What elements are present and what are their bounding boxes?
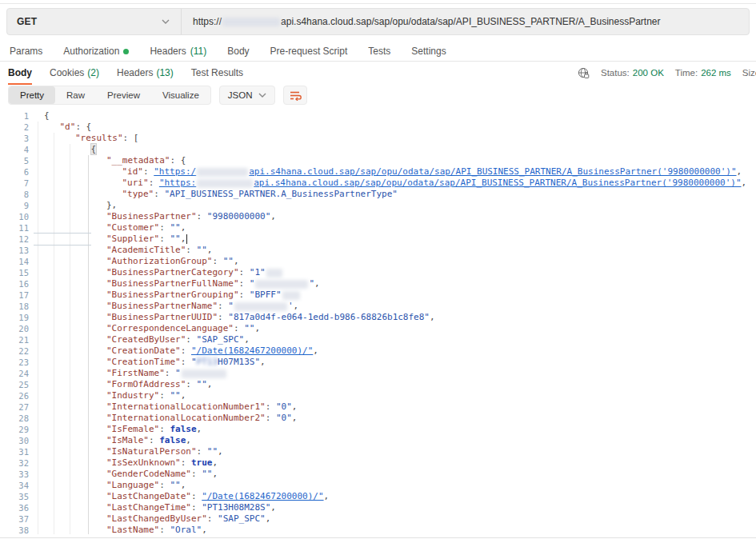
code-line-15[interactable]: 15"BusinessPartnerCategory": "1" bbox=[0, 267, 756, 278]
view-mode-visualize[interactable]: Visualize bbox=[151, 86, 210, 104]
code-line-33[interactable]: 33"GenderCodeName": "", bbox=[0, 469, 756, 480]
code-line-37[interactable]: 37"LastChangedByUser": "SAP_SPC", bbox=[0, 513, 756, 525]
line-number: 22 bbox=[0, 345, 35, 357]
request-tab-pre-request-script[interactable]: Pre-request Script bbox=[270, 46, 348, 57]
line-content: "CreationDate": "/Date(1682467200000)/", bbox=[35, 345, 756, 357]
code-line-6[interactable]: 6"id": "https:/api.s4hana.cloud.sap/sap/… bbox=[0, 166, 756, 178]
code-line-13[interactable]: 13"AcademicTitle": "", bbox=[0, 245, 756, 256]
json-token: : bbox=[191, 469, 202, 479]
line-content: { bbox=[35, 110, 756, 122]
request-tab-headers[interactable]: Headers(11) bbox=[150, 46, 206, 57]
response-body-editor[interactable]: 1{2"d": {3"results": [4{5"__metadata": {… bbox=[0, 110, 756, 537]
code-line-26[interactable]: 26"Industry": "", bbox=[0, 390, 756, 401]
code-line-19[interactable]: 19"BusinessPartnerUUID": "817a0d4f-e064-… bbox=[0, 312, 756, 323]
json-token: "InternationalLocationNumber1" bbox=[106, 401, 266, 412]
view-mode-raw[interactable]: Raw bbox=[55, 86, 96, 104]
code-line-34[interactable]: 34"Language": "", bbox=[0, 480, 756, 491]
code-line-14[interactable]: 14"AuthorizationGroup": "", bbox=[0, 256, 756, 267]
window-top-divider bbox=[0, 3, 756, 4]
json-token: , bbox=[212, 457, 218, 468]
json-link-value[interactable]: "/Date(1682467200000)/" bbox=[202, 491, 323, 501]
json-token: , bbox=[324, 491, 330, 501]
method-selector[interactable]: GET bbox=[7, 9, 182, 34]
json-token: , bbox=[202, 525, 207, 535]
request-tab-params[interactable]: Params bbox=[10, 46, 42, 57]
response-tab-headers[interactable]: Headers(13) bbox=[117, 62, 174, 83]
json-link-value[interactable]: api.s4hana.cloud.sap/sap/opu/odata/sap/A… bbox=[254, 178, 741, 188]
code-line-16[interactable]: 16"BusinessPartnerFullName": "", bbox=[0, 278, 756, 289]
json-token: "Language" bbox=[106, 480, 159, 490]
code-line-31[interactable]: 31"IsNaturalPerson": "", bbox=[0, 446, 756, 457]
code-line-22[interactable]: 22"CreationDate": "/Date(1682467200000)/… bbox=[0, 345, 756, 357]
line-number: 32 bbox=[0, 457, 35, 469]
line-number: 7 bbox=[0, 178, 35, 189]
line-number: 35 bbox=[0, 491, 35, 502]
line-number: 36 bbox=[0, 502, 35, 513]
format-selector[interactable]: JSON bbox=[219, 86, 276, 105]
request-tab-body[interactable]: Body bbox=[227, 46, 249, 57]
code-line-21[interactable]: 21"CreatedByUser": "SAP_SPC", bbox=[0, 334, 756, 345]
json-token: : bbox=[149, 435, 159, 445]
request-tab-authorization[interactable]: Authorization bbox=[63, 46, 129, 57]
json-link-value[interactable]: "https:/ bbox=[154, 166, 196, 177]
json-token: , bbox=[181, 480, 186, 490]
code-line-8[interactable]: 8"type": "API_BUSINESS_PARTNER.A_Busines… bbox=[0, 189, 756, 200]
code-line-24[interactable]: 24"FirstName": " bbox=[0, 368, 756, 379]
json-token: , bbox=[292, 413, 298, 423]
code-line-10[interactable]: 10"BusinessPartner": "9980000000", bbox=[0, 211, 756, 222]
code-line-32[interactable]: 32"IsSexUnknown": true, bbox=[0, 457, 756, 469]
code-line-3[interactable]: 3"results": [ bbox=[0, 133, 756, 144]
code-line-38[interactable]: 38"LastName": "Oral", bbox=[0, 525, 756, 536]
code-line-29[interactable]: 29"IsFemale": false, bbox=[0, 424, 756, 435]
code-line-17[interactable]: 17"BusinessPartnerGrouping": "BPFF" bbox=[0, 289, 756, 301]
json-token: "BusinessPartnerFullName" bbox=[106, 278, 239, 289]
json-link-value[interactable]: "/Date(1682467200000)/" bbox=[191, 345, 313, 356]
response-tab-test-results[interactable]: Test Results bbox=[191, 62, 243, 83]
code-line-7[interactable]: 7"uri": "https:api.s4hana.cloud.sap/sap/… bbox=[0, 178, 756, 189]
code-line-23[interactable]: 23"CreationTime": "PT13H07M13S", bbox=[0, 357, 756, 368]
line-number: 4 bbox=[0, 144, 35, 155]
code-line-4[interactable]: 4{ bbox=[0, 144, 756, 155]
code-line-18[interactable]: 18"BusinessPartnerName": "', bbox=[0, 301, 756, 312]
code-line-27[interactable]: 27"InternationalLocationNumber1": "0", bbox=[0, 401, 756, 413]
view-mode-pretty[interactable]: Pretty bbox=[9, 86, 55, 104]
tab-label: Headers bbox=[150, 46, 186, 57]
code-line-20[interactable]: 20"CorrespondenceLanguage": "", bbox=[0, 323, 756, 334]
status-value: 200 OK bbox=[633, 68, 664, 78]
json-link-value[interactable]: "https: bbox=[159, 178, 196, 188]
code-line-30[interactable]: 30"IsMale": false, bbox=[0, 435, 756, 446]
code-line-11[interactable]: 11"Customer": "", bbox=[0, 222, 756, 234]
json-token: "AuthorizationGroup" bbox=[106, 256, 212, 266]
code-line-28[interactable]: 28"InternationalLocationNumber2": "0", bbox=[0, 413, 756, 424]
code-line-9[interactable]: 9}, bbox=[0, 200, 756, 211]
line-number: 33 bbox=[0, 469, 35, 480]
redacted-value bbox=[234, 302, 287, 311]
tab-label: Test Results bbox=[191, 67, 243, 78]
response-tab-cookies[interactable]: Cookies(2) bbox=[50, 62, 99, 83]
wrap-text-button[interactable] bbox=[283, 86, 307, 105]
line-content: "IsFemale": false, bbox=[35, 424, 756, 435]
json-token: , bbox=[181, 390, 186, 401]
json-token: , bbox=[234, 256, 239, 266]
request-tab-tests[interactable]: Tests bbox=[368, 46, 390, 57]
code-line-36[interactable]: 36"LastChangeTime": "PT13H08M28S", bbox=[0, 502, 756, 513]
line-number: 15 bbox=[0, 267, 35, 278]
json-token: "API_BUSINESS_PARTNER.A_BusinessPartnerT… bbox=[165, 189, 398, 199]
line-number: 13 bbox=[0, 245, 35, 256]
json-link-value[interactable]: api.s4hana.cloud.sap/sap/opu/odata/sap/A… bbox=[249, 166, 736, 177]
code-line-35[interactable]: 35"LastChangeDate": "/Date(1682467200000… bbox=[0, 491, 756, 502]
code-line-12[interactable]: 12"Supplier": "", bbox=[0, 234, 756, 245]
response-tab-body[interactable]: Body bbox=[8, 62, 32, 83]
url-input[interactable]: https:// api.s4hana.cloud.sap/sap/opu/od… bbox=[182, 9, 749, 34]
code-line-1[interactable]: 1{ bbox=[0, 110, 756, 122]
request-tab-settings[interactable]: Settings bbox=[411, 46, 446, 57]
json-token: : bbox=[186, 334, 196, 345]
line-content: "CorrespondenceLanguage": "", bbox=[35, 323, 756, 334]
code-line-5[interactable]: 5"__metadata": { bbox=[0, 155, 756, 166]
view-mode-preview[interactable]: Preview bbox=[96, 86, 151, 104]
json-token: : bbox=[266, 413, 276, 423]
code-line-25[interactable]: 25"FormOfAddress": "", bbox=[0, 379, 756, 390]
json-token: "" bbox=[202, 469, 212, 479]
network-globe-icon[interactable] bbox=[578, 67, 590, 79]
code-line-2[interactable]: 2"d": { bbox=[0, 122, 756, 133]
